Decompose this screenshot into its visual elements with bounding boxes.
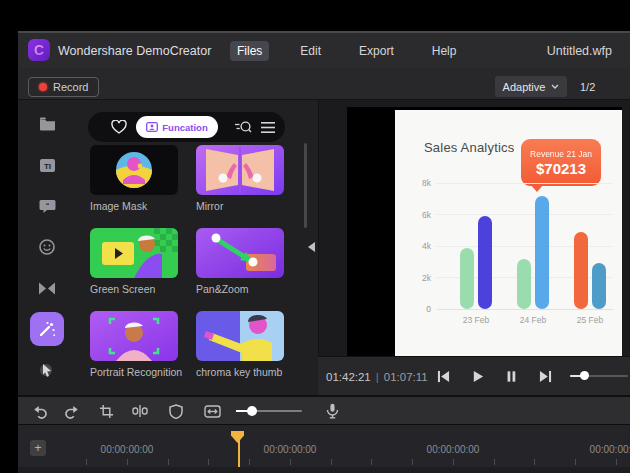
svg-text:“: “: [45, 201, 49, 208]
project-filename: Untitled.wfp: [547, 33, 612, 68]
transport-bar: 01:42:21 | 01:07:11: [318, 356, 630, 395]
search-tab[interactable]: [231, 112, 255, 142]
ruler-tick: [494, 459, 495, 465]
sidebar-item-media[interactable]: [30, 107, 64, 141]
shield-button[interactable]: [164, 399, 188, 423]
chart-ytick: 4k: [409, 241, 431, 251]
redo-icon: [64, 404, 80, 419]
microphone-button[interactable]: [320, 399, 344, 423]
ruler-tick: [331, 459, 332, 465]
panel-collapse-handle[interactable]: [308, 240, 318, 254]
effects-tab-bar: Funcation: [88, 112, 285, 142]
chart-ytick: 8k: [409, 178, 431, 188]
chart-canvas: Sales Analytics Revenue 21 Jan $70213 02…: [395, 110, 622, 356]
app-window: C Wondershare DemoCreator Files Edit Exp…: [0, 0, 630, 473]
timeline-zoom-knob[interactable]: [247, 406, 257, 416]
panel-scrollbar[interactable]: [304, 143, 307, 228]
sidebar-item-stickers[interactable]: [30, 230, 64, 264]
favorites-tab[interactable]: [108, 112, 130, 142]
play-button[interactable]: [465, 364, 489, 388]
sidebar-item-captions[interactable]: “: [30, 189, 64, 223]
menu-tab[interactable]: [258, 112, 278, 142]
playhead-handle[interactable]: [231, 429, 244, 447]
chart-bar: [592, 263, 606, 309]
effect-thumbnail-pan-zoom: [196, 228, 284, 278]
effect-label: chroma key thumb: [196, 366, 284, 378]
ruler-tick: [371, 459, 372, 465]
crop-button[interactable]: [94, 399, 118, 423]
ruler-tick: [249, 459, 250, 465]
menubar: Files Edit Export Help: [230, 33, 463, 68]
revenue-badge: Revenue 21 Jan $70213: [521, 139, 601, 186]
pause-button[interactable]: [499, 364, 523, 388]
person-frame-icon: [146, 122, 158, 132]
sidebar-item-transitions[interactable]: [30, 271, 64, 305]
ruler-tick: [616, 459, 617, 465]
skip-end-icon: [539, 370, 552, 383]
app-title: Wondershare DemoCreator: [58, 33, 211, 68]
effect-thumbnail-portrait-recognition: [90, 311, 178, 361]
tab-function-label: Funcation: [162, 122, 207, 133]
folder-icon: [39, 117, 56, 131]
effect-thumbnail-mirror: [196, 145, 284, 195]
transition-icon: [38, 282, 56, 295]
play-icon: [471, 370, 484, 383]
badge-value: $70213: [536, 160, 586, 177]
effect-thumbnail-chroma-key: [196, 311, 284, 361]
hamburger-icon: [261, 122, 275, 133]
split-icon: [132, 404, 148, 418]
fit-width-button[interactable]: [200, 399, 224, 423]
pause-icon: [505, 370, 517, 383]
collapse-arrow-icon: [308, 242, 315, 252]
ruler-label: 00:00:00:00: [413, 444, 493, 455]
effect-label: Portrait Recognition: [90, 366, 178, 378]
effect-card[interactable]: Image Mask: [90, 145, 178, 212]
effect-thumbnail-green-screen: [90, 228, 178, 278]
effect-thumbnail-image-mask: [90, 145, 178, 195]
playhead-icon: [231, 431, 244, 443]
search-icon: [234, 120, 252, 134]
sidebar-item-cursor[interactable]: [30, 353, 64, 387]
magic-wand-icon: [38, 320, 56, 338]
resolution-dropdown[interactable]: Adaptive: [495, 76, 567, 97]
effect-card[interactable]: Pan&Zoom: [196, 228, 284, 295]
skip-start-button[interactable]: [431, 364, 455, 388]
timeline[interactable]: + 00:00:00:00 00:00:00:00 00:00:00:00 00…: [18, 425, 630, 473]
sidebar-item-text[interactable]: TI: [30, 148, 64, 182]
skip-end-button[interactable]: [533, 364, 557, 388]
ruler-label: 00:00:00:00: [576, 444, 630, 455]
effect-label: Mirror: [196, 200, 284, 212]
crop-icon: [99, 404, 114, 419]
badge-label: Revenue 21 Jan: [530, 149, 592, 159]
sidebar-item-effects[interactable]: [30, 312, 64, 346]
redo-button[interactable]: [60, 399, 84, 423]
effect-card[interactable]: Mirror: [196, 145, 284, 212]
record-button[interactable]: Record: [28, 77, 99, 97]
chevron-down-icon: [551, 84, 559, 89]
speech-bubble-icon: “: [39, 199, 56, 214]
chart-gridline: [437, 214, 613, 215]
ribbon-bar: Record Adaptive 1/2: [18, 68, 630, 100]
effect-label: Green Screen: [90, 283, 178, 295]
add-track-button[interactable]: +: [30, 440, 46, 456]
tab-function[interactable]: Funcation: [136, 116, 218, 138]
chart-gridline: [437, 183, 613, 184]
effect-card[interactable]: chroma key thumb: [196, 311, 284, 378]
svg-text:TI: TI: [43, 161, 50, 170]
chart-bar: [535, 196, 549, 309]
ruler-tick: [208, 459, 209, 465]
menu-edit[interactable]: Edit: [293, 41, 328, 61]
shield-icon: [169, 404, 183, 419]
chart-xtick: 25 Feb: [568, 315, 612, 325]
menu-export[interactable]: Export: [352, 41, 401, 61]
effect-card[interactable]: Portrait Recognition: [90, 311, 178, 378]
menu-help[interactable]: Help: [425, 41, 464, 61]
menu-files[interactable]: Files: [230, 41, 269, 61]
split-button[interactable]: [128, 399, 152, 423]
volume-slider-knob[interactable]: [580, 371, 589, 380]
ruler-tick: [412, 459, 413, 465]
chart-xtick: 24 Feb: [511, 315, 555, 325]
record-icon: [39, 83, 47, 91]
undo-button[interactable]: [28, 399, 52, 423]
effect-card[interactable]: Green Screen: [90, 228, 178, 295]
